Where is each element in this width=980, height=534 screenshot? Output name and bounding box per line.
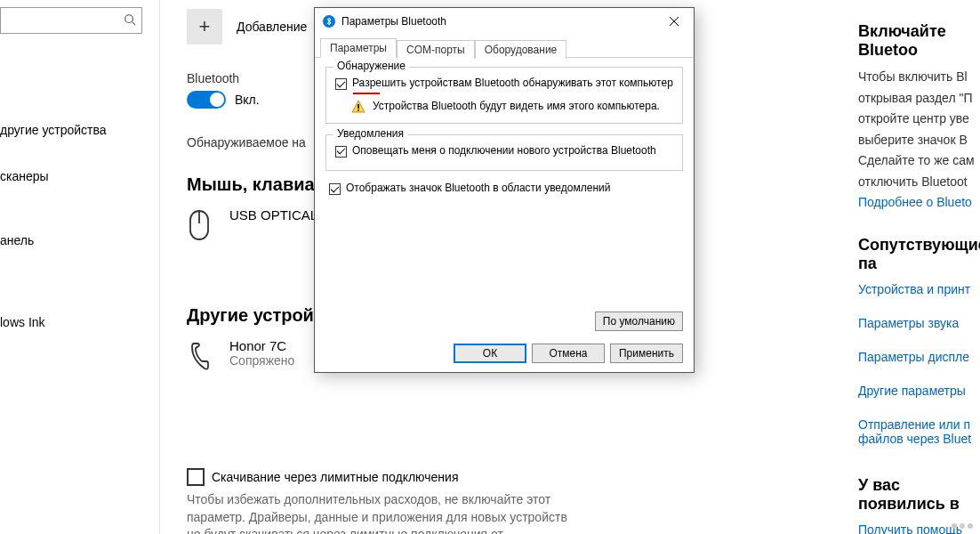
phone-icon — [187, 338, 215, 374]
right-title: Включайте Bluetoo — [858, 22, 980, 60]
bluetooth-settings-dialog: Параметры Bluetooth Параметры COM-порты … — [314, 7, 695, 373]
warning-icon — [351, 100, 365, 114]
right-text-line: Сделайте то же сам — [858, 152, 980, 170]
cancel-button[interactable]: Отмена — [532, 344, 605, 363]
notify-checkbox[interactable] — [335, 146, 347, 158]
right-panel: Включайте Bluetoo Чтобы включить Bl откр… — [858, 0, 980, 534]
nav-windows-ink[interactable]: lows Ink — [0, 306, 159, 338]
search-input[interactable] — [6, 12, 113, 28]
bluetooth-icon — [322, 14, 336, 28]
nav-panel[interactable]: анель — [0, 224, 159, 256]
device-name: USB OPTICAL — [229, 207, 317, 222]
mouse-icon — [187, 207, 215, 243]
dialog-body: Обнаружение Разрешить устройствам Blueto… — [315, 58, 694, 312]
search-icon — [124, 13, 136, 28]
device-name: Honor 7C — [229, 338, 294, 353]
group-notifications: Уведомления Оповещать меня о подключении… — [325, 134, 683, 172]
dialog-tabs: Параметры COM-порты Оборудование — [315, 35, 694, 58]
search-box[interactable] — [0, 7, 142, 34]
notify-label: Оповещать меня о подключении нового устр… — [352, 144, 656, 158]
ok-button[interactable]: ОК — [454, 344, 526, 363]
show-tray-icon-checkbox[interactable] — [329, 183, 341, 195]
allow-discovery-checkbox[interactable] — [335, 78, 347, 90]
right-text-line: выберите значок B — [858, 132, 980, 150]
defaults-button[interactable]: По умолчанию — [595, 312, 683, 331]
link-devices-printers[interactable]: Устройства и принт — [858, 282, 980, 296]
svg-point-0 — [125, 14, 133, 22]
metered-help-text: Чтобы избежать дополнительных расходов, … — [187, 491, 569, 534]
tab-hardware[interactable]: Оборудование — [475, 40, 567, 59]
dialog-titlebar[interactable]: Параметры Bluetooth — [315, 8, 694, 35]
group-discovery: Обнаружение Разрешить устройствам Blueto… — [325, 67, 683, 124]
link-other[interactable]: Другие параметры — [858, 384, 980, 398]
related-settings-title: Сопутствующие па — [858, 236, 980, 273]
checkbox-icon[interactable] — [187, 468, 205, 486]
group-notifications-title: Уведомления — [333, 127, 407, 140]
questions-title: У вас появились в — [858, 476, 980, 514]
svg-rect-9 — [357, 109, 359, 111]
nav-scanners[interactable]: сканеры — [0, 160, 159, 192]
close-button[interactable] — [656, 9, 692, 34]
link-send-files[interactable]: Отправление или п файлов через Bluet — [858, 417, 980, 446]
highlight-marker — [353, 93, 380, 94]
svg-line-1 — [133, 21, 136, 25]
learn-more-link[interactable]: Подробнее о Blueto — [858, 195, 980, 209]
svg-rect-8 — [357, 104, 359, 109]
link-display[interactable]: Параметры диспле — [858, 350, 980, 364]
right-text-line: откройте центр уве — [858, 110, 980, 128]
metered-checkbox-row[interactable]: Скачивание через лимитные подключения — [187, 468, 827, 486]
allow-discovery-label: Разрешить устройствам Bluetooth обнаружи… — [352, 77, 673, 91]
bluetooth-toggle[interactable] — [187, 91, 226, 109]
warning-text: Устройства Bluetooth будут видеть имя эт… — [373, 100, 660, 114]
pagination-dots — [952, 523, 973, 529]
tab-params[interactable]: Параметры — [320, 38, 397, 58]
device-status: Сопряжено — [229, 353, 294, 368]
dialog-title: Параметры Bluetooth — [341, 15, 446, 28]
add-device-label: Добавление — [237, 20, 307, 34]
close-icon — [669, 14, 679, 29]
show-tray-icon-label: Отображать значок Bluetooth в области ув… — [346, 182, 610, 196]
metered-label: Скачивание через лимитные подключения — [212, 470, 458, 484]
right-text-line: отключить Bluetoot — [858, 174, 980, 191]
nav-other-devices[interactable]: другие устройства — [0, 114, 159, 146]
toggle-state-label: Вкл. — [235, 93, 260, 107]
link-sound[interactable]: Параметры звука — [858, 316, 980, 330]
plus-icon[interactable]: + — [187, 9, 222, 44]
right-text-line: Чтобы включить Bl — [858, 69, 980, 86]
right-text-line: открывая раздел "П — [858, 90, 980, 108]
tab-com-ports[interactable]: COM-порты — [397, 40, 475, 59]
settings-sidebar: другие устройства сканеры анель lows Ink — [0, 0, 160, 534]
group-discovery-title: Обнаружение — [333, 60, 409, 72]
apply-button[interactable]: Применить — [610, 344, 683, 363]
